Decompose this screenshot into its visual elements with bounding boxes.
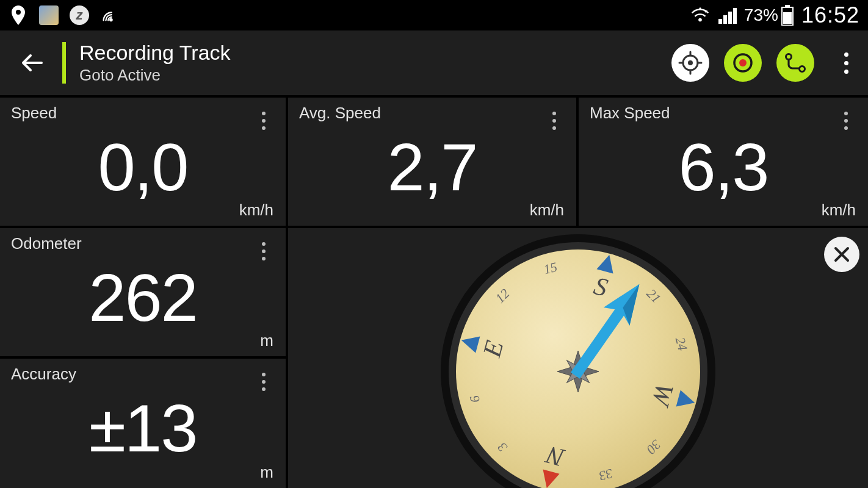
panel-avg-speed-value: 2,7 — [299, 134, 565, 201]
panel-speed-menu[interactable] — [255, 109, 272, 133]
route-button[interactable] — [776, 44, 814, 82]
panel-avg-speed-label: Avg. Speed — [299, 104, 565, 123]
panel-max-speed-unit: km/h — [822, 201, 856, 220]
route-icon — [783, 50, 808, 76]
status-bar: z — [0, 0, 868, 30]
panel-avg-speed-unit: km/h — [530, 201, 564, 220]
battery-icon — [781, 5, 794, 26]
panel-odometer-menu[interactable] — [255, 239, 272, 264]
wifi-icon — [690, 5, 710, 25]
cell-signal-icon — [717, 5, 737, 25]
location-pin-icon — [9, 5, 28, 25]
panel-accuracy[interactable]: Accuracy ±13 m — [0, 359, 286, 488]
compass[interactable]: N E S W 3 6 12 15 21 24 — [435, 228, 722, 488]
svg-rect-4 — [783, 12, 792, 24]
panel-avg-speed[interactable]: Avg. Speed 2,7 km/h — [288, 98, 576, 226]
panel-odometer-label: Odometer — [11, 234, 275, 253]
panel-speed[interactable]: Speed 0,0 km/h — [0, 98, 286, 226]
svg-point-9 — [786, 54, 792, 60]
panel-accuracy-unit: m — [260, 463, 273, 482]
panel-max-speed-label: Max Speed — [590, 104, 857, 123]
map-app-icon — [39, 5, 59, 25]
arrow-left-icon — [20, 50, 45, 76]
z-app-icon: z — [70, 5, 89, 25]
action-bar: Recording Track Goto Active — [0, 30, 868, 95]
battery-percent: 73% — [744, 5, 794, 26]
panel-speed-unit: km/h — [239, 201, 273, 220]
close-icon — [833, 246, 850, 263]
app-screen: z — [0, 0, 868, 488]
svg-point-6 — [688, 60, 693, 65]
action-title: Recording Track — [79, 41, 671, 65]
status-left: z — [9, 5, 120, 25]
svg-point-10 — [800, 66, 805, 72]
panel-odometer[interactable]: Odometer 262 m — [0, 228, 286, 356]
action-titles: Recording Track Goto Active — [79, 41, 671, 85]
panel-avg-speed-menu[interactable] — [546, 109, 563, 133]
battery-percent-text: 73% — [744, 5, 778, 25]
svg-point-0 — [109, 18, 113, 22]
back-button[interactable] — [17, 48, 48, 78]
panel-compass[interactable]: N E S W 3 6 12 15 21 24 — [288, 228, 868, 488]
accent-bar — [62, 42, 66, 84]
record-button[interactable] — [724, 44, 762, 82]
gps-signal-icon — [100, 5, 120, 25]
crosshair-icon — [678, 51, 703, 75]
svg-point-1 — [698, 18, 702, 22]
panel-max-speed[interactable]: Max Speed 6,3 km/h — [579, 98, 868, 226]
svg-point-8 — [739, 59, 747, 66]
panels-area: Speed 0,0 km/h Avg. Speed 2,7 km/h Max S… — [0, 95, 868, 488]
panel-speed-label: Speed — [11, 104, 275, 123]
panel-accuracy-value: ±13 — [11, 395, 275, 462]
panel-odometer-unit: m — [260, 331, 273, 350]
panel-max-speed-value: 6,3 — [590, 134, 857, 201]
panel-max-speed-menu[interactable] — [837, 109, 855, 133]
compass-face-icon: N E S W 3 6 12 15 21 24 — [435, 228, 722, 488]
panel-accuracy-menu[interactable] — [255, 370, 272, 394]
action-icons — [671, 44, 857, 82]
overflow-menu-button[interactable] — [835, 48, 857, 78]
status-right: 73% 16:52 — [690, 2, 859, 28]
locate-button[interactable] — [671, 44, 709, 82]
panel-accuracy-label: Accuracy — [11, 365, 275, 384]
clock-text: 16:52 — [801, 2, 859, 28]
panel-odometer-value: 262 — [11, 264, 275, 331]
action-subtitle: Goto Active — [79, 66, 671, 85]
panel-speed-value: 0,0 — [11, 134, 275, 201]
compass-close-button[interactable] — [824, 237, 859, 272]
record-icon — [731, 51, 755, 75]
